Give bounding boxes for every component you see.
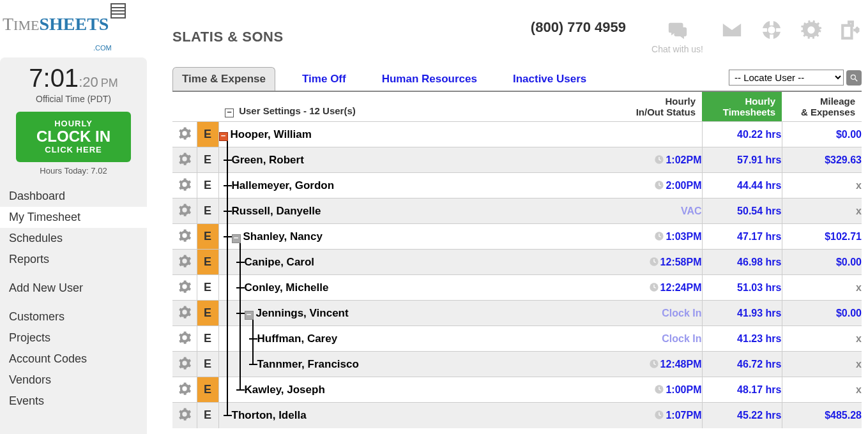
row-status[interactable]: VAC xyxy=(600,198,702,224)
row-name[interactable]: Thorton, Idella xyxy=(218,403,600,428)
row-name[interactable]: Green, Robert xyxy=(218,147,600,173)
row-name[interactable]: Hallemeyer, Gordon xyxy=(218,173,600,198)
row-status[interactable]: 12:58PM xyxy=(600,250,702,275)
row-expenses[interactable]: $102.71 xyxy=(782,224,862,250)
row-gear-button[interactable] xyxy=(172,224,197,250)
row-e-badge[interactable]: E xyxy=(197,403,218,428)
row-name[interactable]: Conley, Michelle xyxy=(218,275,600,301)
gear-icon[interactable] xyxy=(800,19,822,43)
row-name[interactable]: Russell, Danyelle xyxy=(218,198,600,224)
row-gear-button[interactable] xyxy=(172,301,197,326)
nav-item-reports[interactable]: Reports xyxy=(0,249,147,270)
nav-item-dashboard[interactable]: Dashboard xyxy=(0,186,147,207)
row-hours[interactable]: 41.93 hrs xyxy=(702,301,782,326)
row-e-badge[interactable]: E xyxy=(197,275,218,301)
nav-item-account-codes[interactable]: Account Codes xyxy=(0,348,147,370)
row-status[interactable]: 1:02PM xyxy=(600,147,702,173)
sidebar: 7:01:20PM Official Time (PDT) HOURLY CLO… xyxy=(0,57,147,434)
row-gear-button[interactable] xyxy=(172,198,197,224)
row-gear-button[interactable] xyxy=(172,352,197,377)
nav-item-my-timesheet[interactable]: My Timesheet xyxy=(0,207,147,228)
row-status[interactable]: 12:48PM xyxy=(600,352,702,377)
row-name[interactable]: Kawley, Joseph xyxy=(218,377,600,403)
row-name[interactable]: Huffman, Carey xyxy=(218,326,600,352)
row-status[interactable]: 1:07PM xyxy=(600,403,702,428)
row-e-badge[interactable]: E xyxy=(197,173,218,198)
row-gear-button[interactable] xyxy=(172,377,197,403)
row-e-badge[interactable]: E xyxy=(197,301,218,326)
row-gear-button[interactable] xyxy=(172,250,197,275)
collapse-icon[interactable]: − xyxy=(219,132,228,141)
row-status[interactable]: 12:24PM xyxy=(600,275,702,301)
help-icon[interactable] xyxy=(761,19,782,43)
row-hours[interactable]: 46.72 hrs xyxy=(702,352,782,377)
row-status[interactable]: 1:03PM xyxy=(600,224,702,250)
collapse-all-icon[interactable]: − xyxy=(225,108,234,117)
nav-item-projects[interactable]: Projects xyxy=(0,327,147,348)
collapse-icon[interactable]: − xyxy=(232,234,241,243)
row-expenses[interactable]: $0.00 xyxy=(782,122,862,147)
row-gear-button[interactable] xyxy=(172,403,197,428)
row-hours[interactable]: 51.03 hrs xyxy=(702,275,782,301)
tab-human-resources[interactable]: Human Resources xyxy=(373,68,486,91)
row-name[interactable]: −Jennings, Vincent xyxy=(218,301,600,326)
row-expenses[interactable]: $329.63 xyxy=(782,147,862,173)
row-name[interactable]: Tannmer, Francisco xyxy=(218,352,600,377)
chat-icon[interactable]: Chat with us! xyxy=(651,19,703,54)
row-e-badge[interactable]: E xyxy=(197,224,218,250)
nav-item-customers[interactable]: Customers xyxy=(0,306,147,327)
row-hours[interactable]: 45.22 hrs xyxy=(702,403,782,428)
locate-search-button[interactable] xyxy=(846,70,862,86)
svg-line-11 xyxy=(855,79,858,81)
row-status[interactable]: Clock In xyxy=(600,301,702,326)
row-hours[interactable]: 47.17 hrs xyxy=(702,224,782,250)
row-e-badge[interactable]: E xyxy=(197,198,218,224)
svg-rect-9 xyxy=(776,28,782,32)
row-expenses[interactable]: $485.28 xyxy=(782,403,862,428)
nav-item-events[interactable]: Events xyxy=(0,391,147,412)
row-gear-button[interactable] xyxy=(172,173,197,198)
row-status[interactable]: 2:00PM xyxy=(600,173,702,198)
mail-icon[interactable] xyxy=(721,19,743,43)
row-status[interactable]: Clock In xyxy=(600,326,702,352)
nav-item-schedules[interactable]: Schedules xyxy=(0,228,147,249)
row-e-badge[interactable]: E xyxy=(197,122,218,147)
row-expenses[interactable]: $0.00 xyxy=(782,301,862,326)
row-gear-button[interactable] xyxy=(172,275,197,301)
clock-in-button[interactable]: HOURLY CLOCK IN CLICK HERE xyxy=(16,112,131,162)
row-hours[interactable]: 50.54 hrs xyxy=(702,198,782,224)
row-name[interactable]: −Hooper, William xyxy=(218,122,600,147)
header-hours[interactable]: HourlyTimesheets xyxy=(702,92,782,122)
logout-icon[interactable] xyxy=(840,19,862,43)
row-expenses[interactable]: $0.00 xyxy=(782,250,862,275)
row-e-badge[interactable]: E xyxy=(197,250,218,275)
row-gear-button[interactable] xyxy=(172,147,197,173)
row-hours[interactable]: 44.44 hrs xyxy=(702,173,782,198)
row-status[interactable]: 1:00PM xyxy=(600,377,702,403)
nav-item-vendors[interactable]: Vendors xyxy=(0,370,147,391)
row-e-badge[interactable]: E xyxy=(197,377,218,403)
tab-inactive-users[interactable]: Inactive Users xyxy=(504,68,595,91)
row-gear-button[interactable] xyxy=(172,326,197,352)
row-name[interactable]: −Shanley, Nancy xyxy=(218,224,600,250)
row-e-badge[interactable]: E xyxy=(197,352,218,377)
row-e-badge[interactable]: E xyxy=(197,147,218,173)
header-user-settings[interactable]: − User Settings - 12 User(s) xyxy=(218,92,600,122)
user-row: ERussell, DanyelleVAC50.54 hrsx xyxy=(172,198,862,224)
row-name[interactable]: Canipe, Carol xyxy=(218,250,600,275)
row-hours[interactable]: 40.22 hrs xyxy=(702,122,782,147)
time-hm: 7:01 xyxy=(29,64,79,92)
row-e-badge[interactable]: E xyxy=(197,326,218,352)
collapse-icon[interactable]: − xyxy=(245,311,254,320)
row-gear-button[interactable] xyxy=(172,122,197,147)
row-hours[interactable]: 41.23 hrs xyxy=(702,326,782,352)
hours-today-label: Hours Today: 7.02 xyxy=(0,166,147,176)
logo[interactable]: TIMESHEETS.COM xyxy=(3,14,126,55)
nav-item-add-new-user[interactable]: Add New User xyxy=(0,278,147,299)
row-hours[interactable]: 57.91 hrs xyxy=(702,147,782,173)
tab-time-expense[interactable]: Time & Expense xyxy=(172,67,275,91)
row-hours[interactable]: 46.98 hrs xyxy=(702,250,782,275)
tab-time-off[interactable]: Time Off xyxy=(293,68,355,91)
row-hours[interactable]: 48.17 hrs xyxy=(702,377,782,403)
locate-user-select[interactable]: -- Locate User -- xyxy=(729,70,844,86)
